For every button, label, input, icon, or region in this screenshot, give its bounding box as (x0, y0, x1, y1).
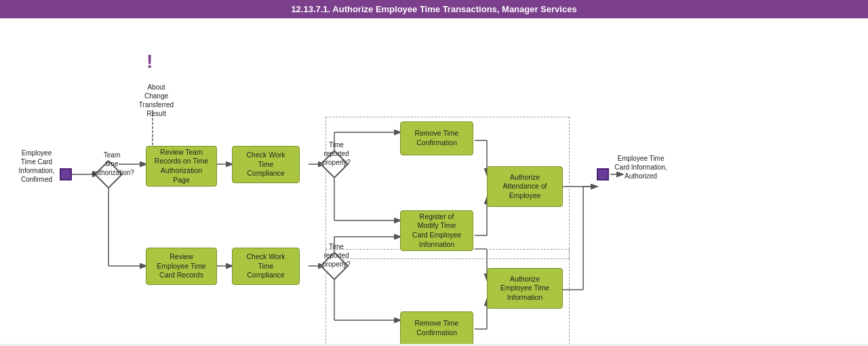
diamond-time-reported-bottom-label: Timereportedproperly? (313, 242, 359, 269)
box-review-employee-records: ReviewEmployee TimeCard Records (146, 248, 217, 285)
title-bar: 12.13.7.1. Authorize Employee Time Trans… (0, 0, 868, 18)
end-label: Employee TimeCard Information,Authorized (614, 154, 668, 180)
diamond-time-reported-top-label: Timereportedproperly? (313, 140, 359, 167)
exclaim-label: AboutChangeTransferredResult (131, 83, 182, 118)
exclaim-icon: ! (146, 51, 153, 73)
box-remove-time-top: Remove TimeConfirmation (400, 121, 473, 155)
diamond-team-auth-label: Teamtimeauthorization? (92, 151, 132, 177)
box-check-work-bottom: Check WorkTimeCompliance (232, 248, 300, 285)
start-label: EmployeeTime CardInformation,Confirmed (14, 149, 60, 184)
box-authorize-attendance: AuthorizeAttendance ofEmployee (487, 166, 563, 207)
end-node (597, 168, 609, 180)
box-check-work-top: Check WorkTimeCompliance (232, 146, 300, 183)
box-review-team-records: Review TeamRecords on TimeAuthorizationP… (146, 146, 217, 187)
box-register-modify: Register ofModify TimeCard EmployeeInfor… (400, 210, 473, 251)
diagram-area: ! AboutChangeTransferredResult EmployeeT… (0, 18, 868, 344)
start-node (60, 168, 72, 180)
title-text: 12.13.7.1. Authorize Employee Time Trans… (291, 4, 576, 14)
box-remove-time-bottom: Remove TimeConfirmation (400, 311, 473, 344)
box-authorize-employee-time: AuthorizeEmployee TimeInformation (487, 268, 563, 309)
